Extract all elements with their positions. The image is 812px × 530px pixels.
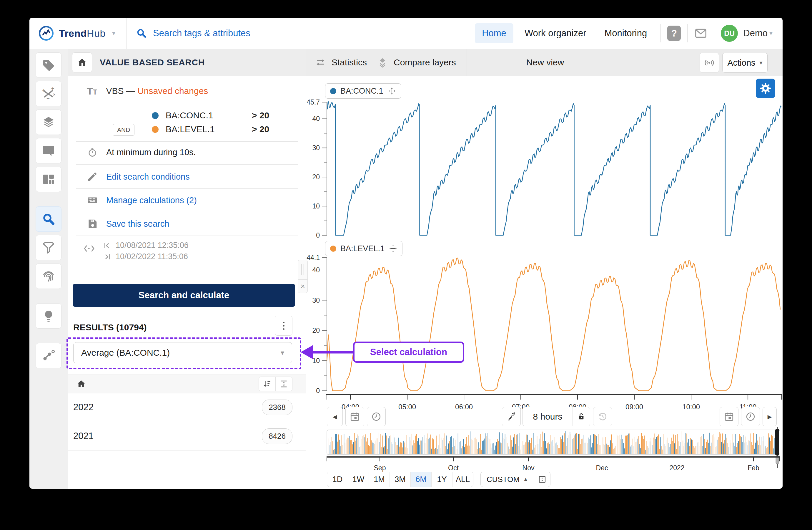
keyboard-icon xyxy=(87,195,98,206)
search-and-calculate-button[interactable]: Search and calculate xyxy=(73,284,295,307)
history-button[interactable] xyxy=(593,407,612,426)
history-icon xyxy=(597,412,608,422)
svg-text:0: 0 xyxy=(316,232,320,239)
fit-range-button[interactable] xyxy=(534,472,550,487)
top-navbar: TrendHub ▾ Search tags & attributes Home… xyxy=(29,18,783,49)
nav-tab-monitoring[interactable]: Monitoring xyxy=(597,23,654,43)
time-span-value: 8 hours xyxy=(523,412,572,422)
rail-calculations-button[interactable]: ÷ + − × xyxy=(35,81,61,106)
rail-tag-button[interactable] xyxy=(35,52,61,78)
value-based-search-panel: VALUE BASED SEARCH TT VBS — Unsaved chan… xyxy=(68,49,306,489)
trend-chart[interactable]: 45.740302010044.140302010004:0005:0006:0… xyxy=(306,76,783,489)
home-icon xyxy=(76,379,86,389)
clock-end-button[interactable] xyxy=(741,407,760,426)
panel-splitter-handle[interactable] xyxy=(298,260,308,280)
panel-header: VALUE BASED SEARCH xyxy=(68,49,306,76)
jump-to-end-icon xyxy=(103,252,112,261)
lock-span-button[interactable] xyxy=(572,407,590,426)
statistics-tab[interactable]: Statistics xyxy=(306,49,377,76)
query-name-row[interactable]: TT VBS — Unsaved changes xyxy=(68,82,306,100)
zoom-1y-button[interactable]: 1Y xyxy=(432,472,452,487)
rail-layers-button[interactable] xyxy=(35,110,61,135)
panel-collapse-button[interactable]: × xyxy=(298,279,308,293)
user-name[interactable]: Demo xyxy=(743,28,768,39)
calendar-end-button[interactable] xyxy=(720,407,738,426)
svg-text:Sep: Sep xyxy=(374,464,386,472)
actions-label: Actions xyxy=(727,58,755,68)
global-search[interactable]: Search tags & attributes xyxy=(127,28,475,39)
results-row-2022[interactable]: 2022 2368 xyxy=(68,393,306,422)
calculation-dropdown[interactable]: Average (BA:CONC.1) ▾ xyxy=(73,342,292,363)
svg-text:−: − xyxy=(46,95,50,101)
rail-context-button[interactable] xyxy=(35,343,61,368)
avatar[interactable]: DU xyxy=(721,25,738,42)
nav-tab-home[interactable]: Home xyxy=(475,23,513,43)
dashboard-icon xyxy=(42,172,56,186)
pan-right-button[interactable]: ▶ xyxy=(763,407,777,426)
svg-text:45.7: 45.7 xyxy=(307,98,320,106)
zoom-1d-button[interactable]: 1D xyxy=(327,472,348,487)
help-button[interactable]: ? xyxy=(667,26,681,41)
pan-left-button[interactable]: ◀ xyxy=(327,407,343,426)
zoom-6m-button[interactable]: 6M xyxy=(411,472,432,487)
svg-text:×: × xyxy=(53,92,56,97)
svg-text:30: 30 xyxy=(312,144,320,152)
sort-descending-button[interactable] xyxy=(259,377,275,391)
calendar-start-button[interactable] xyxy=(345,407,364,426)
rail-filter-button[interactable] xyxy=(35,235,61,260)
actions-button[interactable]: Actions▾ xyxy=(722,53,768,73)
divider xyxy=(76,104,298,104)
brand[interactable]: TrendHub ▾ xyxy=(29,18,127,49)
brand-chevron-down-icon[interactable]: ▾ xyxy=(112,29,115,37)
navbar-right: Home Work organizer Monitoring ? DU Demo… xyxy=(475,23,783,43)
zoom-1w-button[interactable]: 1W xyxy=(348,472,369,487)
live-mode-button[interactable] xyxy=(700,53,719,73)
duration-text: At minimum during 10s. xyxy=(106,148,196,157)
trend-step-button[interactable] xyxy=(502,407,521,426)
custom-range-button[interactable]: CUSTOM▲ xyxy=(481,472,534,487)
lock-icon xyxy=(577,412,586,421)
divider xyxy=(661,24,661,42)
nav-tab-work-organizer[interactable]: Work organizer xyxy=(518,23,593,43)
panel-title: VALUE BASED SEARCH xyxy=(100,57,205,67)
step-trend-icon xyxy=(506,412,517,422)
rail-recommendations-button[interactable] xyxy=(35,303,61,329)
compare-layers-tab[interactable]: Compare layers xyxy=(368,49,467,76)
rail-gap xyxy=(29,192,68,203)
condition-row-1[interactable]: BA:CONC.1 > 20 xyxy=(68,108,306,123)
zoom-3m-button[interactable]: 3M xyxy=(390,472,411,487)
collapse-rows-button[interactable] xyxy=(275,377,292,391)
view-title[interactable]: New view xyxy=(526,49,564,76)
compare-layers-icon xyxy=(377,57,388,68)
rail-fingerprint-button[interactable] xyxy=(35,264,61,289)
save-icon xyxy=(87,218,98,229)
results-menu-button[interactable] xyxy=(275,316,292,336)
range-end-value: 10/02/2022 11:35:06 xyxy=(116,252,188,261)
condition-row-2[interactable]: BA:LEVEL.1 > 20 xyxy=(68,122,306,137)
overview-strip xyxy=(327,427,780,468)
condition-2-value: > 20 xyxy=(252,124,269,134)
clock-start-button[interactable] xyxy=(367,407,386,426)
text-icon: TT xyxy=(87,85,97,97)
svg-text:Dec: Dec xyxy=(596,464,608,472)
zoom-1m-button[interactable]: 1M xyxy=(369,472,390,487)
rail-search-button[interactable] xyxy=(35,206,61,232)
save-search-link[interactable]: Save this search xyxy=(68,217,306,231)
time-span-control[interactable]: 8 hours xyxy=(522,407,590,426)
manage-calculations-link[interactable]: Manage calculations (2) xyxy=(68,193,306,208)
edit-search-conditions-label: Edit search conditions xyxy=(106,172,190,182)
jump-to-start-icon xyxy=(103,241,112,250)
overview-selection-handle xyxy=(775,429,779,456)
trend-view-panel: Statistics Compare layers New view Actio… xyxy=(306,49,783,489)
rail-comments-button[interactable] xyxy=(35,138,61,164)
results-row-2021[interactable]: 2021 8426 xyxy=(68,422,306,451)
edit-search-conditions-link[interactable]: Edit search conditions xyxy=(68,169,306,184)
user-chevron-down-icon[interactable]: ▾ xyxy=(769,29,772,37)
rail-dashboard-button[interactable] xyxy=(35,167,61,192)
zoom-all-button[interactable]: ALL xyxy=(452,472,473,487)
panel-home-button[interactable] xyxy=(72,52,92,72)
mail-icon[interactable] xyxy=(694,27,708,40)
svg-text:Nov: Nov xyxy=(522,464,535,472)
clock-icon xyxy=(371,412,381,422)
rail-gap xyxy=(29,289,68,300)
